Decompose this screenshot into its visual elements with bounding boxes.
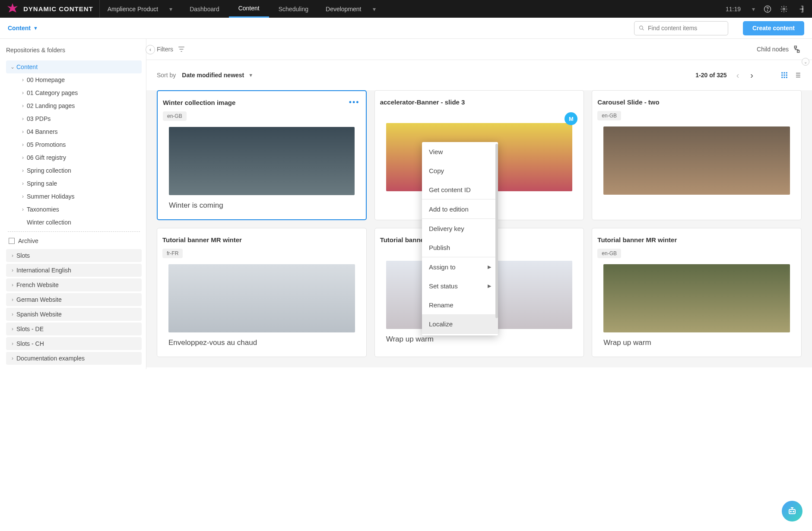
- content-card[interactable]: Winter collection image•••en-GBWinter is…: [157, 90, 367, 220]
- chevron-right-icon: ›: [9, 326, 16, 332]
- prev-page-button[interactable]: ‹: [735, 70, 741, 80]
- sidebar-title: Repositories & folders: [6, 47, 142, 54]
- tree-repo[interactable]: ›Spanish Website: [6, 308, 142, 321]
- content-card[interactable]: Tutorial banner MR winterfr-FREnveloppez…: [157, 228, 367, 357]
- time-display[interactable]: 11:19 ▾: [721, 6, 759, 13]
- context-menu-item[interactable]: Get content ID: [422, 180, 498, 199]
- context-menu-label: Delivery key: [429, 225, 464, 232]
- tree-repo[interactable]: ›French Website: [6, 278, 142, 291]
- context-menu-item[interactable]: View: [422, 142, 498, 161]
- context-menu-item[interactable]: Localize: [422, 314, 498, 333]
- time-value: 11:19: [726, 6, 741, 13]
- gear-icon: [780, 5, 788, 13]
- tree-repo[interactable]: ›Slots - DE: [6, 322, 142, 335]
- locale-badge: en-GB: [163, 111, 187, 121]
- pagination: 1-20 of 325 ‹ ›: [695, 70, 802, 80]
- breadcrumb-dropdown[interactable]: Content ▼: [8, 25, 38, 32]
- tree-archive[interactable]: Archive: [6, 234, 142, 247]
- collapse-sidebar-button[interactable]: ‹: [146, 45, 155, 54]
- logout-button[interactable]: [792, 5, 809, 13]
- sort-dropdown[interactable]: Date modified newest ▼: [182, 72, 253, 79]
- tree-folder[interactable]: ›03 PDPs: [6, 112, 142, 125]
- svg-point-3: [640, 26, 643, 29]
- context-menu-label: Assign to: [429, 263, 456, 271]
- context-menu-item[interactable]: Copy: [422, 161, 498, 180]
- tree-folder-label: 03 PDPs: [27, 115, 51, 122]
- card-caption: Wrap up warm: [603, 338, 796, 347]
- create-content-button[interactable]: Create content: [743, 21, 804, 35]
- card-more-button[interactable]: •••: [349, 98, 360, 107]
- tree-folder[interactable]: ›01 Category pages: [6, 86, 142, 99]
- tree-repo[interactable]: ›Slots: [6, 249, 142, 262]
- tree-folder[interactable]: ›02 Landing pages: [6, 99, 142, 112]
- filters-button[interactable]: Filters: [157, 45, 185, 53]
- tab-scheduling[interactable]: Scheduling: [269, 0, 318, 18]
- help-icon: [764, 5, 771, 13]
- tab-dashboard[interactable]: Dashboard: [180, 0, 229, 18]
- tree-folder-label: 05 Promotions: [27, 141, 66, 148]
- product-dropdown-label: Amplience Product: [108, 6, 159, 13]
- context-menu-label: Publish: [429, 244, 450, 251]
- svg-rect-12: [786, 77, 787, 78]
- child-nodes-button[interactable]: Child nodes: [757, 44, 802, 54]
- env-dropdown[interactable]: Development ▾: [318, 0, 384, 18]
- search-icon: [639, 25, 644, 32]
- next-page-button[interactable]: ›: [749, 70, 755, 80]
- content-card[interactable]: Tutorial banner MR winteren-GBWrap up wa…: [592, 228, 802, 357]
- context-menu-item[interactable]: Rename: [422, 295, 498, 314]
- assignee-avatar[interactable]: M: [565, 112, 577, 125]
- tab-content[interactable]: Content: [229, 0, 269, 18]
- svg-rect-10: [781, 77, 783, 78]
- card-title: accelerator-Banner - slide 3: [380, 98, 579, 106]
- card-title: Winter collection image: [163, 99, 361, 106]
- sort-value: Date modified newest: [182, 72, 244, 79]
- tree-root-content[interactable]: ⌄ Content: [6, 60, 142, 73]
- context-menu-item[interactable]: Add to edition: [422, 199, 498, 218]
- context-menu-item[interactable]: Publish: [422, 238, 498, 257]
- tree-folder-label: Winter collection: [27, 219, 71, 226]
- product-dropdown[interactable]: Amplience Product ▾: [100, 0, 181, 18]
- tree-folder-label: Taxonomies: [27, 206, 59, 213]
- tree-repo[interactable]: ›Slots - CH: [6, 337, 142, 350]
- svg-rect-7: [781, 75, 783, 76]
- context-menu-label: Get content ID: [429, 186, 471, 193]
- context-menu-item[interactable]: Delivery key: [422, 219, 498, 238]
- chevron-right-icon: ›: [19, 77, 27, 83]
- tree-folder[interactable]: ›Spring sale: [6, 177, 142, 190]
- card-caption: Enveloppez-vous au chaud: [168, 338, 361, 347]
- help-button[interactable]: [759, 5, 776, 13]
- chevron-right-icon: ›: [9, 282, 16, 288]
- tree-folder[interactable]: ›00 Homepage: [6, 73, 142, 86]
- locale-badge: en-GB: [597, 249, 621, 258]
- tree-folder-label: Summer Holidays: [27, 193, 74, 200]
- env-dropdown-label: Development: [326, 6, 362, 13]
- tree-folder[interactable]: Winter collection: [6, 216, 142, 229]
- context-menu-scrollbar[interactable]: [495, 144, 498, 318]
- tree-folder[interactable]: ›06 Gift registry: [6, 151, 142, 164]
- context-menu-item[interactable]: Set status▶: [422, 276, 498, 295]
- content-card[interactable]: Carousel Slide - twoen-GB: [592, 90, 802, 220]
- list-view-button[interactable]: [793, 71, 802, 79]
- tree-repo[interactable]: ›Documentation examples: [6, 352, 142, 365]
- tree-repo-label: German Website: [16, 296, 62, 303]
- content-pane: ‹ Filters Child nodes ⌄ Sort by Date mod…: [146, 39, 812, 369]
- tree-folder-label: 02 Landing pages: [27, 102, 75, 109]
- chevron-down-icon: ⌄: [804, 60, 807, 64]
- search-box[interactable]: [634, 21, 728, 35]
- search-input[interactable]: [648, 25, 723, 32]
- tree-folder[interactable]: ›Summer Holidays: [6, 190, 142, 203]
- grid-view-button[interactable]: [780, 71, 789, 79]
- tree-folder[interactable]: ›04 Banners: [6, 125, 142, 138]
- context-menu-item[interactable]: Assign to▶: [422, 257, 498, 276]
- chevron-down-icon: ▾: [169, 6, 172, 13]
- settings-button[interactable]: [776, 5, 792, 13]
- tree-repo[interactable]: ›German Website: [6, 293, 142, 306]
- tree-folder[interactable]: ›Taxonomies: [6, 203, 142, 216]
- tree-folder[interactable]: ›Spring collection: [6, 164, 142, 177]
- chevron-right-icon: ›: [19, 103, 27, 109]
- chevron-right-icon: ›: [9, 297, 16, 303]
- card-caption: Winter is coming: [169, 201, 361, 210]
- tree-repo[interactable]: ›International English: [6, 264, 142, 277]
- expand-all-button[interactable]: ⌄: [802, 58, 809, 66]
- tree-folder[interactable]: ›05 Promotions: [6, 138, 142, 151]
